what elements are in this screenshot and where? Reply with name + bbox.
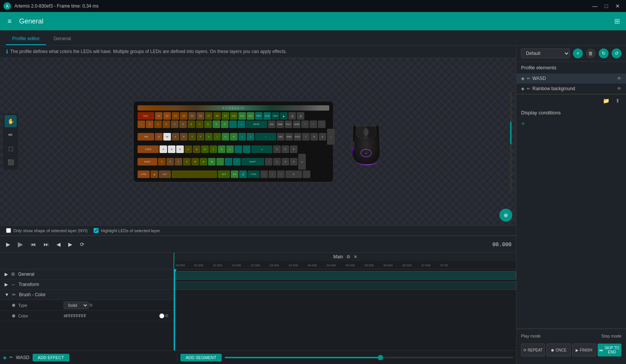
key-f4[interactable]: F4: [180, 112, 188, 120]
key-num0[interactable]: 0: [285, 170, 302, 178]
progress-thumb[interactable]: [378, 355, 383, 360]
key-b[interactable]: B: [191, 158, 199, 166]
key-x[interactable]: X: [166, 158, 174, 166]
key-f6[interactable]: F6: [197, 112, 204, 120]
key-w-wasd[interactable]: W: [163, 133, 171, 141]
add-effect-button[interactable]: ADD EFFECT: [33, 354, 69, 361]
color-copy-button[interactable]: ⧉: [164, 312, 169, 319]
canvas-scrollbar-thumb[interactable]: [510, 122, 512, 144]
next-frame-button[interactable]: ▶: [67, 240, 74, 249]
finish-button[interactable]: ▶ FINISH: [572, 344, 596, 356]
eye-icon-wasd[interactable]: 👁: [617, 76, 621, 81]
key-r[interactable]: R: [180, 133, 188, 141]
key-num4[interactable]: 4: [273, 145, 281, 153]
key-d-wasd[interactable]: D: [176, 145, 184, 153]
export-profile-button[interactable]: ↻: [599, 48, 609, 58]
prev-frame-button[interactable]: ◀: [55, 240, 62, 249]
type-copy-button[interactable]: ⧉: [89, 302, 93, 308]
key-h[interactable]: H: [201, 145, 209, 153]
folder-icon-button[interactable]: 📁: [601, 96, 611, 105]
track-close-button[interactable]: ✕: [354, 254, 357, 259]
key-z[interactable]: Z: [158, 158, 166, 166]
key-num1[interactable]: 1: [273, 158, 281, 166]
key-ralt[interactable]: ALT: [218, 170, 230, 178]
key-del[interactable]: DEL: [277, 133, 285, 141]
key-minus[interactable]: -: [229, 120, 237, 128]
key-5[interactable]: 5: [179, 120, 187, 128]
profile-element-rainbow[interactable]: ◈ ✏ Rainbow background 👁: [516, 84, 626, 94]
key-j[interactable]: J: [210, 145, 217, 153]
key-f1[interactable]: F1: [155, 112, 163, 120]
profile-element-wasd[interactable]: ◈ ✏ WASD 👁: [516, 73, 626, 84]
color-swatch[interactable]: [159, 313, 164, 319]
key-m[interactable]: M: [208, 158, 216, 166]
key-down[interactable]: ↓: [269, 170, 276, 178]
key-extra3[interactable]: 🔊: [297, 112, 304, 120]
key-home[interactable]: HME: [276, 120, 284, 128]
key-tab[interactable]: TAB: [138, 133, 154, 141]
repeat-button[interactable]: ⟳ REPEAT: [521, 344, 545, 356]
hand-tool-button[interactable]: ✋: [5, 115, 17, 127]
key-num6[interactable]: 6: [290, 145, 297, 153]
tab-profile-editor[interactable]: Profile editor: [6, 33, 46, 45]
key-rctrl[interactable]: CTRL: [247, 170, 260, 178]
track-brush-color[interactable]: ▼ ✏ Brush - Color: [0, 290, 174, 300]
key-slash[interactable]: /: [233, 158, 241, 166]
key-9[interactable]: 9: [213, 120, 220, 128]
playhead[interactable]: [174, 269, 175, 350]
key-f11[interactable]: F11: [238, 112, 246, 120]
canvas-area[interactable]: ✋ ✏ ⬚ ⬛ ✦CORSAIR ESC F1: [0, 58, 516, 225]
key-backspace[interactable]: BKSP: [246, 120, 267, 128]
zoom-fit-button[interactable]: ⊕: [499, 209, 512, 222]
key-num7[interactable]: 7: [302, 133, 310, 141]
key-lshift[interactable]: SHIFT: [138, 158, 157, 166]
key-num-enter[interactable]: ↵: [298, 154, 306, 170]
key-menu[interactable]: ☰: [239, 170, 247, 178]
key-num5[interactable]: 5: [282, 145, 289, 153]
key-num-div[interactable]: /: [301, 120, 309, 128]
key-y[interactable]: Y: [197, 133, 204, 141]
key-end[interactable]: END: [285, 133, 293, 141]
loop-button[interactable]: ⟳: [78, 240, 86, 249]
key-f2[interactable]: F2: [163, 112, 171, 120]
show-shape-checkbox[interactable]: [6, 228, 11, 233]
marquee-tool-button[interactable]: ⬛: [5, 156, 17, 168]
key-u[interactable]: U: [205, 133, 213, 141]
key-equals[interactable]: =: [238, 120, 245, 128]
eye-icon-rainbow[interactable]: 👁: [617, 86, 621, 91]
key-a-wasd[interactable]: A: [160, 145, 167, 153]
key-caps[interactable]: CAPS: [138, 145, 159, 153]
key-left[interactable]: ←: [260, 170, 268, 178]
key-k[interactable]: K: [218, 145, 225, 153]
key-rbracket[interactable]: ]: [247, 133, 254, 141]
key-lalt[interactable]: ALT: [159, 170, 171, 178]
add-profile-button[interactable]: +: [573, 48, 583, 58]
key-num-dot[interactable]: .: [303, 170, 310, 178]
key-pgdn[interactable]: PGD: [294, 133, 301, 141]
key-f5[interactable]: F5: [188, 112, 196, 120]
highlight-leds-checkbox-label[interactable]: Highlight LEDs of selected layer: [94, 228, 160, 233]
track-general[interactable]: ▶ ⚙ General: [0, 269, 174, 280]
key-num-mul[interactable]: *: [310, 120, 317, 128]
delete-profile-button[interactable]: 🗑: [586, 48, 596, 58]
pencil-tool-button[interactable]: ✏: [5, 129, 17, 141]
key-f12[interactable]: F12: [247, 112, 254, 120]
key-space[interactable]: [172, 170, 217, 178]
key-extra1[interactable]: ▶: [280, 112, 288, 120]
key-v[interactable]: V: [183, 158, 191, 166]
key-enter[interactable]: ↵: [251, 145, 272, 153]
key-f3[interactable]: F3: [172, 112, 179, 120]
key-c[interactable]: C: [175, 158, 182, 166]
key-lctrl[interactable]: CTRL: [138, 170, 150, 178]
key-e[interactable]: E: [172, 133, 179, 141]
key-p[interactable]: P: [230, 133, 238, 141]
tab-general[interactable]: General: [47, 33, 77, 45]
import-profile-button[interactable]: ↺: [612, 48, 621, 58]
add-segment-button[interactable]: ADD SEGMENT: [180, 354, 222, 361]
key-scrlk[interactable]: SCR: [263, 112, 271, 120]
key-num-minus[interactable]: -: [318, 120, 326, 128]
key-3[interactable]: 3: [163, 120, 170, 128]
key-period[interactable]: .: [225, 158, 232, 166]
key-7[interactable]: 7: [196, 120, 203, 128]
key-f7[interactable]: F7: [205, 112, 213, 120]
